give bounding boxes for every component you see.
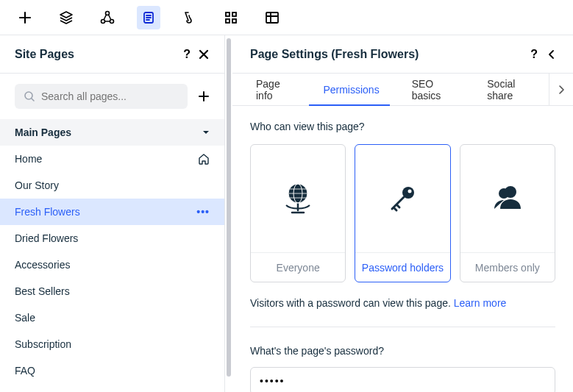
globe-icon [251, 145, 345, 252]
close-icon[interactable] [198, 49, 210, 60]
permission-description: Visitors with a password can view this p… [250, 297, 555, 327]
svg-point-14 [408, 190, 412, 193]
permission-option-password[interactable]: Password holders [355, 144, 450, 282]
search-row [0, 74, 224, 119]
panel-header: Site Pages ? [0, 35, 224, 74]
view-question: Who can view this page? [250, 121, 555, 132]
help-icon[interactable]: ? [183, 48, 191, 61]
permission-option-members[interactable]: Members only [460, 144, 555, 282]
top-toolbar [0, 0, 573, 35]
pages-tool-icon[interactable] [137, 6, 160, 29]
table-tool-icon[interactable] [260, 6, 284, 29]
settings-header: Page Settings (Fresh Flowers) ? [232, 35, 573, 74]
svg-rect-4 [226, 13, 229, 16]
share-tool-icon[interactable] [96, 6, 119, 29]
page-item-label: Fresh Flowers [15, 206, 80, 218]
settings-title: Page Settings (Fresh Flowers) [250, 48, 530, 61]
members-icon [460, 145, 555, 252]
svg-rect-8 [266, 13, 278, 23]
layers-tool-icon[interactable] [54, 6, 78, 29]
page-item-label: Sale [15, 312, 35, 324]
tab-seo-basics[interactable]: SEO basics [396, 74, 471, 105]
svg-rect-6 [226, 19, 229, 23]
scrollbar-thumb[interactable] [227, 38, 231, 377]
page-item-label: Accessories [15, 259, 70, 271]
page-item-best-sellers[interactable]: Best Sellers [0, 278, 224, 304]
page-item-sale[interactable]: Sale [0, 304, 224, 331]
page-item-our-story[interactable]: Our Story [0, 172, 224, 199]
key-icon [355, 145, 449, 252]
password-question: What's the page's password? [250, 345, 555, 357]
home-icon [198, 153, 210, 165]
add-page-icon[interactable] [198, 90, 210, 102]
page-item-label: Home [15, 153, 42, 165]
page-list: Home Our Story Fresh Flowers ••• Dried F… [0, 146, 224, 392]
page-item-subscription[interactable]: Subscription [0, 331, 224, 357]
search-icon [24, 90, 35, 102]
page-item-dried-flowers[interactable]: Dried Flowers [0, 225, 224, 252]
search-input[interactable] [41, 90, 179, 102]
page-item-home[interactable]: Home [0, 146, 224, 172]
permission-label: Everyone [277, 262, 320, 274]
design-tool-icon[interactable] [178, 6, 202, 29]
page-item-label: Best Sellers [15, 285, 70, 297]
site-pages-panel: Site Pages ? Main Pages [0, 35, 225, 392]
tab-social-share[interactable]: Social share [471, 74, 549, 105]
tab-permissions[interactable]: Permissions [307, 74, 395, 105]
add-tool-icon[interactable] [13, 6, 37, 29]
scrollbar[interactable] [225, 35, 232, 392]
tabs: Page info Permissions SEO basics Social … [232, 74, 573, 106]
page-item-label: Subscription [15, 338, 71, 350]
svg-point-2 [110, 19, 114, 23]
permissions-content: Who can view this page? Everyone Passwor… [232, 106, 573, 392]
permission-option-everyone[interactable]: Everyone [250, 144, 346, 282]
page-item-label: FAQ [15, 365, 35, 377]
panel-title: Site Pages [15, 48, 183, 61]
svg-point-0 [106, 11, 110, 15]
page-settings-panel: Page Settings (Fresh Flowers) ? Page inf… [232, 35, 573, 392]
apps-tool-icon[interactable] [219, 6, 243, 29]
page-item-label: Our Story [15, 179, 59, 191]
svg-point-1 [102, 19, 105, 23]
tabs-scroll-right-icon[interactable] [549, 74, 573, 105]
password-input[interactable] [250, 367, 555, 392]
search-box[interactable] [15, 84, 188, 109]
tab-page-info[interactable]: Page info [240, 74, 307, 105]
svg-rect-7 [232, 19, 236, 23]
help-icon[interactable]: ? [530, 48, 538, 61]
permission-label: Members only [475, 262, 540, 274]
permission-options: Everyone Password holders Members only [250, 144, 555, 282]
page-item-label: Dried Flowers [15, 232, 78, 244]
main-pages-section-header[interactable]: Main Pages [0, 119, 224, 146]
page-item-faq[interactable]: FAQ [0, 357, 224, 384]
svg-point-16 [499, 188, 509, 199]
svg-rect-5 [232, 13, 236, 16]
page-item-fresh-flowers[interactable]: Fresh Flowers ••• [0, 199, 224, 225]
permission-label: Password holders [362, 262, 444, 274]
tab-underline [309, 104, 390, 106]
more-dots-icon[interactable]: ••• [196, 206, 210, 218]
learn-more-link[interactable]: Learn more [454, 297, 507, 309]
chevron-down-icon [202, 129, 210, 135]
main-area: Site Pages ? Main Pages [0, 35, 573, 392]
page-item-accessories[interactable]: Accessories [0, 252, 224, 278]
section-title: Main Pages [15, 126, 71, 138]
collapse-icon[interactable] [548, 49, 555, 60]
